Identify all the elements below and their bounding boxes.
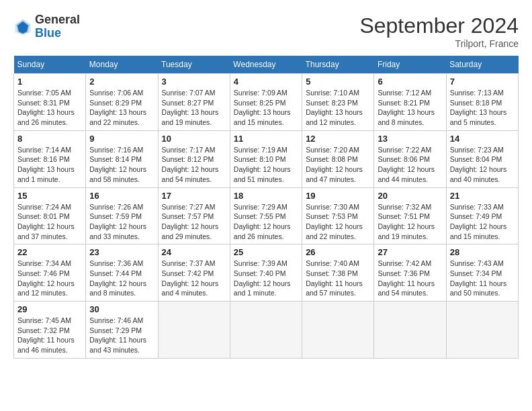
day-number: 21 [450, 191, 515, 201]
calendar-body: 1 Sunrise: 7:05 AM Sunset: 8:31 PM Dayli… [14, 74, 519, 359]
calendar-day-cell: 24 Sunrise: 7:37 AM Sunset: 7:42 PM Dayl… [158, 244, 230, 302]
calendar-day-cell: 14 Sunrise: 7:23 AM Sunset: 8:04 PM Dayl… [446, 130, 518, 187]
calendar-day-cell: 21 Sunrise: 7:33 AM Sunset: 7:49 PM Dayl… [446, 187, 518, 244]
day-number: 27 [378, 247, 442, 257]
calendar-week-row: 8 Sunrise: 7:14 AM Sunset: 8:16 PM Dayli… [14, 130, 519, 187]
calendar-day-cell: 4 Sunrise: 7:09 AM Sunset: 8:25 PM Dayli… [230, 74, 302, 131]
calendar-week-row: 15 Sunrise: 7:24 AM Sunset: 8:01 PM Dayl… [14, 187, 519, 244]
calendar-day-cell: 22 Sunrise: 7:34 AM Sunset: 7:46 PM Dayl… [14, 244, 86, 302]
day-info: Sunrise: 7:42 AM Sunset: 7:36 PM Dayligh… [378, 259, 442, 298]
calendar-day-cell: 30 Sunrise: 7:46 AM Sunset: 7:29 PM Dayl… [86, 302, 158, 359]
day-of-week-header: Saturday [446, 56, 518, 74]
day-number: 13 [378, 134, 442, 144]
day-number: 23 [89, 247, 154, 257]
calendar-day-cell: 18 Sunrise: 7:29 AM Sunset: 7:55 PM Dayl… [230, 187, 302, 244]
day-number: 7 [450, 77, 515, 87]
calendar-day-cell: 16 Sunrise: 7:26 AM Sunset: 7:59 PM Dayl… [86, 187, 158, 244]
day-info: Sunrise: 7:12 AM Sunset: 8:21 PM Dayligh… [378, 88, 442, 128]
day-of-week-header: Sunday [14, 56, 86, 74]
calendar-day-cell: 9 Sunrise: 7:16 AM Sunset: 8:14 PM Dayli… [86, 130, 158, 187]
calendar-day-cell: 7 Sunrise: 7:13 AM Sunset: 8:18 PM Dayli… [446, 74, 518, 131]
day-info: Sunrise: 7:17 AM Sunset: 8:12 PM Dayligh… [162, 145, 226, 185]
calendar-day-cell: 11 Sunrise: 7:19 AM Sunset: 8:10 PM Dayl… [230, 130, 302, 187]
calendar-day-cell: 13 Sunrise: 7:22 AM Sunset: 8:06 PM Dayl… [374, 130, 446, 187]
calendar-day-cell: 8 Sunrise: 7:14 AM Sunset: 8:16 PM Dayli… [14, 130, 86, 187]
calendar-day-cell [374, 302, 446, 359]
calendar-week-row: 1 Sunrise: 7:05 AM Sunset: 8:31 PM Dayli… [14, 74, 519, 131]
day-info: Sunrise: 7:22 AM Sunset: 8:06 PM Dayligh… [378, 145, 442, 185]
calendar-day-cell [230, 302, 302, 359]
day-number: 9 [89, 134, 154, 144]
day-info: Sunrise: 7:27 AM Sunset: 7:57 PM Dayligh… [162, 202, 226, 242]
day-info: Sunrise: 7:20 AM Sunset: 8:08 PM Dayligh… [306, 145, 370, 185]
calendar-day-cell: 1 Sunrise: 7:05 AM Sunset: 8:31 PM Dayli… [14, 74, 86, 131]
day-info: Sunrise: 7:09 AM Sunset: 8:25 PM Dayligh… [234, 88, 298, 128]
day-info: Sunrise: 7:40 AM Sunset: 7:38 PM Dayligh… [306, 259, 370, 298]
month-title: September 2024 [359, 13, 519, 38]
calendar-day-cell: 17 Sunrise: 7:27 AM Sunset: 7:57 PM Dayl… [158, 187, 230, 244]
day-number: 22 [17, 247, 82, 257]
calendar-day-cell: 3 Sunrise: 7:07 AM Sunset: 8:27 PM Dayli… [158, 74, 230, 131]
day-of-week-header: Monday [86, 56, 158, 74]
day-info: Sunrise: 7:26 AM Sunset: 7:59 PM Dayligh… [89, 202, 154, 242]
day-number: 24 [162, 247, 226, 257]
day-number: 2 [89, 77, 154, 87]
day-number: 17 [162, 191, 226, 201]
calendar-day-cell: 10 Sunrise: 7:17 AM Sunset: 8:12 PM Dayl… [158, 130, 230, 187]
day-info: Sunrise: 7:14 AM Sunset: 8:16 PM Dayligh… [17, 145, 82, 185]
calendar-day-cell: 23 Sunrise: 7:36 AM Sunset: 7:44 PM Dayl… [86, 244, 158, 302]
day-number: 30 [89, 304, 154, 314]
calendar-day-cell: 27 Sunrise: 7:42 AM Sunset: 7:36 PM Dayl… [374, 244, 446, 302]
calendar-day-cell: 28 Sunrise: 7:43 AM Sunset: 7:34 PM Dayl… [446, 244, 518, 302]
day-number: 8 [17, 134, 82, 144]
location-subtitle: Trilport, France [359, 38, 519, 49]
day-info: Sunrise: 7:34 AM Sunset: 7:46 PM Dayligh… [17, 259, 82, 298]
day-number: 25 [234, 247, 298, 257]
day-info: Sunrise: 7:29 AM Sunset: 7:55 PM Dayligh… [234, 202, 298, 242]
calendar-day-cell: 12 Sunrise: 7:20 AM Sunset: 8:08 PM Dayl… [302, 130, 374, 187]
day-info: Sunrise: 7:10 AM Sunset: 8:23 PM Dayligh… [306, 88, 370, 128]
calendar-day-cell [446, 302, 518, 359]
day-number: 3 [162, 77, 226, 87]
day-number: 14 [450, 134, 515, 144]
day-info: Sunrise: 7:46 AM Sunset: 7:29 PM Dayligh… [89, 316, 154, 355]
day-info: Sunrise: 7:13 AM Sunset: 8:18 PM Dayligh… [450, 88, 515, 128]
logo-icon [13, 17, 32, 36]
logo-text: General Blue [35, 13, 80, 40]
day-of-week-header: Tuesday [158, 56, 230, 74]
day-of-week-header: Friday [374, 56, 446, 74]
day-info: Sunrise: 7:19 AM Sunset: 8:10 PM Dayligh… [234, 145, 298, 185]
day-number: 29 [17, 304, 82, 314]
calendar-day-cell: 15 Sunrise: 7:24 AM Sunset: 8:01 PM Dayl… [14, 187, 86, 244]
calendar-day-cell [302, 302, 374, 359]
calendar-day-cell: 20 Sunrise: 7:32 AM Sunset: 7:51 PM Dayl… [374, 187, 446, 244]
calendar-header: SundayMondayTuesdayWednesdayThursdayFrid… [14, 56, 519, 74]
day-number: 19 [306, 191, 370, 201]
day-info: Sunrise: 7:32 AM Sunset: 7:51 PM Dayligh… [378, 202, 442, 242]
title-block: September 2024 Trilport, France [359, 13, 519, 49]
day-number: 28 [450, 247, 515, 257]
day-info: Sunrise: 7:24 AM Sunset: 8:01 PM Dayligh… [17, 202, 82, 242]
day-info: Sunrise: 7:05 AM Sunset: 8:31 PM Dayligh… [17, 88, 82, 128]
day-number: 12 [306, 134, 370, 144]
day-info: Sunrise: 7:39 AM Sunset: 7:40 PM Dayligh… [234, 259, 298, 298]
day-info: Sunrise: 7:23 AM Sunset: 8:04 PM Dayligh… [450, 145, 515, 185]
day-info: Sunrise: 7:36 AM Sunset: 7:44 PM Dayligh… [89, 259, 154, 298]
day-number: 1 [17, 77, 82, 87]
calendar-table: SundayMondayTuesdayWednesdayThursdayFrid… [13, 56, 519, 359]
day-number: 16 [89, 191, 154, 201]
day-number: 6 [378, 77, 442, 87]
calendar-day-cell: 29 Sunrise: 7:45 AM Sunset: 7:32 PM Dayl… [14, 302, 86, 359]
day-info: Sunrise: 7:07 AM Sunset: 8:27 PM Dayligh… [162, 88, 226, 128]
day-of-week-header: Thursday [302, 56, 374, 74]
page-header: General Blue September 2024 Trilport, Fr… [13, 13, 519, 49]
calendar-day-cell: 26 Sunrise: 7:40 AM Sunset: 7:38 PM Dayl… [302, 244, 374, 302]
day-info: Sunrise: 7:33 AM Sunset: 7:49 PM Dayligh… [450, 202, 515, 242]
day-info: Sunrise: 7:45 AM Sunset: 7:32 PM Dayligh… [17, 316, 82, 355]
day-number: 5 [306, 77, 370, 87]
day-number: 4 [234, 77, 298, 87]
day-info: Sunrise: 7:16 AM Sunset: 8:14 PM Dayligh… [89, 145, 154, 185]
calendar-week-row: 29 Sunrise: 7:45 AM Sunset: 7:32 PM Dayl… [14, 302, 519, 359]
logo: General Blue [13, 13, 80, 40]
day-number: 10 [162, 134, 226, 144]
